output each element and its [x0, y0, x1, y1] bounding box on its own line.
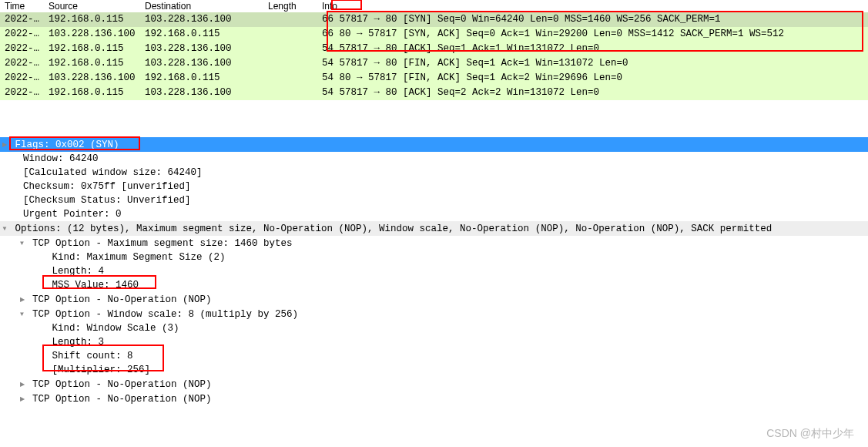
- cell-length: [263, 86, 317, 100]
- window-text: Window: 64240: [23, 153, 99, 164]
- checksum-status-text: [Checksum Status: Unverified]: [23, 195, 191, 206]
- mss-length-line[interactable]: Length: 4: [0, 264, 868, 278]
- ws-shift-line[interactable]: Shift count: 8: [0, 349, 868, 363]
- checksum-line[interactable]: Checksum: 0x75ff [unverified]: [0, 180, 868, 193]
- options-header-text: Options: (12 bytes), Maximum segment siz…: [15, 224, 772, 234]
- cell-time: 2022-…: [0, 12, 44, 27]
- table-row[interactable]: 2022-…103.228.136.100192.168.0.11554 80 …: [0, 71, 868, 86]
- mss-value-text: MSS Value: 1460: [52, 280, 139, 291]
- cell-destination: 192.168.0.115: [140, 27, 263, 42]
- col-length-header[interactable]: Length: [263, 0, 317, 12]
- mss-option-line[interactable]: TCP Option - Maximum segment size: 1460 …: [0, 236, 868, 250]
- options-header-line[interactable]: Options: (12 bytes), Maximum segment siz…: [0, 221, 868, 236]
- ws-kind-line[interactable]: Kind: Window Scale (3): [0, 321, 868, 335]
- ws-length-text: Length: 3: [52, 337, 105, 348]
- ws-multiplier-text: [Multiplier: 256]: [52, 365, 151, 375]
- nop2-text: TCP Option - No-Operation (NOP): [32, 379, 212, 390]
- col-source-header[interactable]: Source: [44, 0, 140, 12]
- table-row[interactable]: 2022-…192.168.0.115103.228.136.10066 578…: [0, 12, 868, 27]
- cell-destination: 103.228.136.100: [140, 42, 263, 56]
- table-row[interactable]: 2022-…192.168.0.115103.228.136.10054 578…: [0, 42, 868, 56]
- cell-length: [263, 71, 317, 86]
- cell-source: 103.228.136.100: [44, 71, 140, 86]
- checksum-text: Checksum: 0x75ff [unverified]: [23, 181, 191, 192]
- ws-multiplier-line[interactable]: [Multiplier: 256]: [0, 363, 868, 377]
- table-row[interactable]: 2022-…192.168.0.115103.228.136.10054 578…: [0, 56, 868, 71]
- cell-info: 54 57817 → 80 [ACK] Seq=2 Ack=2 Win=1310…: [317, 86, 868, 100]
- urgent-pointer-text: Urgent Pointer: 0: [23, 209, 122, 220]
- mss-value-line[interactable]: MSS Value: 1460: [0, 278, 868, 292]
- checksum-status-line[interactable]: [Checksum Status: Unverified]: [0, 193, 868, 207]
- table-row[interactable]: 2022-…103.228.136.100192.168.0.11566 80 …: [0, 27, 868, 42]
- cell-info: 66 80 → 57817 [SYN, ACK] Seq=0 Ack=1 Win…: [317, 27, 868, 42]
- cell-time: 2022-…: [0, 56, 44, 71]
- packet-detail-tree[interactable]: Flags: 0x002 (SYN) Window: 64240 [Calcul…: [0, 137, 868, 406]
- cell-length: [263, 27, 317, 42]
- window-line[interactable]: Window: 64240: [0, 152, 868, 166]
- ws-kind-text: Kind: Window Scale (3): [52, 323, 179, 334]
- nop1-line[interactable]: TCP Option - No-Operation (NOP): [0, 292, 868, 307]
- watermark: CSDN @村中少年: [766, 427, 854, 441]
- cell-source: 192.168.0.115: [44, 42, 140, 56]
- calc-window-line[interactable]: [Calculated window size: 64240]: [0, 166, 868, 180]
- cell-destination: 103.228.136.100: [140, 56, 263, 71]
- mss-kind-text: Kind: Maximum Segment Size (2): [52, 252, 226, 263]
- cell-time: 2022-…: [0, 42, 44, 56]
- cell-info: 54 57817 → 80 [ACK] Seq=1 Ack=1 Win=1310…: [317, 42, 868, 56]
- cell-source: 192.168.0.115: [44, 12, 140, 27]
- packet-list-header: Time Source Destination Length Info: [0, 0, 868, 12]
- nop2-line[interactable]: TCP Option - No-Operation (NOP): [0, 377, 868, 392]
- cell-time: 2022-…: [0, 86, 44, 100]
- col-destination-header[interactable]: Destination: [140, 0, 263, 12]
- cell-destination: 103.228.136.100: [140, 86, 263, 100]
- cell-source: 192.168.0.115: [44, 56, 140, 71]
- col-time-header[interactable]: Time: [0, 0, 44, 12]
- cell-time: 2022-…: [0, 27, 44, 42]
- ws-length-line[interactable]: Length: 3: [0, 335, 868, 349]
- calc-window-text: [Calculated window size: 64240]: [23, 167, 203, 178]
- cell-length: [263, 12, 317, 27]
- packet-list-table[interactable]: Time Source Destination Length Info 2022…: [0, 0, 868, 100]
- cell-info: 66 57817 → 80 [SYN] Seq=0 Win=64240 Len=…: [317, 12, 868, 27]
- flags-line[interactable]: Flags: 0x002 (SYN): [0, 137, 868, 152]
- cell-destination: 103.228.136.100: [140, 12, 263, 27]
- cell-time: 2022-…: [0, 71, 44, 86]
- table-row[interactable]: 2022-…192.168.0.115103.228.136.10054 578…: [0, 86, 868, 100]
- cell-destination: 192.168.0.115: [140, 71, 263, 86]
- urgent-pointer-line[interactable]: Urgent Pointer: 0: [0, 207, 868, 221]
- flags-text: Flags: 0x002 (SYN): [15, 139, 119, 150]
- nop3-line[interactable]: TCP Option - No-Operation (NOP): [0, 392, 868, 406]
- cell-length: [263, 56, 317, 71]
- nop3-text: TCP Option - No-Operation (NOP): [32, 394, 212, 405]
- cell-source: 192.168.0.115: [44, 86, 140, 100]
- ws-shift-text: Shift count: 8: [52, 351, 133, 361]
- nop1-text: TCP Option - No-Operation (NOP): [32, 294, 212, 305]
- mss-length-text: Length: 4: [52, 266, 105, 277]
- ws-option-line[interactable]: TCP Option - Window scale: 8 (multiply b…: [0, 307, 868, 321]
- cell-source: 103.228.136.100: [44, 27, 140, 42]
- cell-info: 54 57817 → 80 [FIN, ACK] Seq=1 Ack=1 Win…: [317, 56, 868, 71]
- cell-info: 54 80 → 57817 [FIN, ACK] Seq=1 Ack=2 Win…: [317, 71, 868, 86]
- cell-length: [263, 42, 317, 56]
- mss-option-text: TCP Option - Maximum segment size: 1460 …: [32, 238, 293, 249]
- ws-option-text: TCP Option - Window scale: 8 (multiply b…: [32, 309, 298, 320]
- mss-kind-line[interactable]: Kind: Maximum Segment Size (2): [0, 250, 868, 264]
- col-info-header[interactable]: Info: [317, 0, 868, 12]
